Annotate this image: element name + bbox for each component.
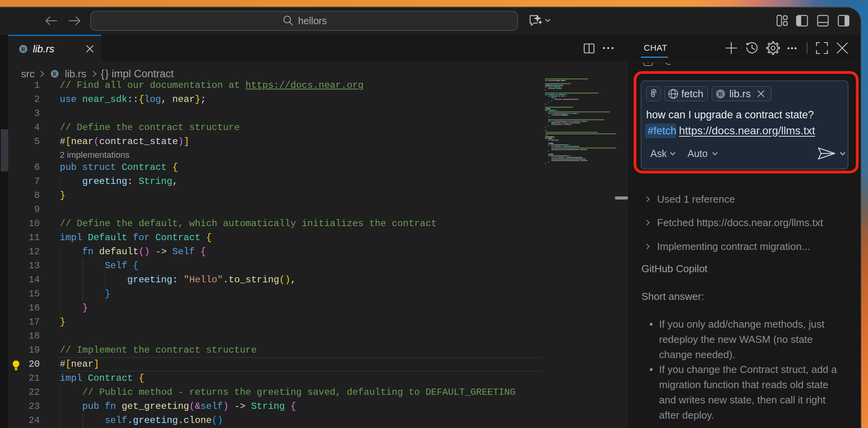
svg-text:R: R [53, 71, 57, 77]
svg-text:R: R [21, 46, 25, 52]
